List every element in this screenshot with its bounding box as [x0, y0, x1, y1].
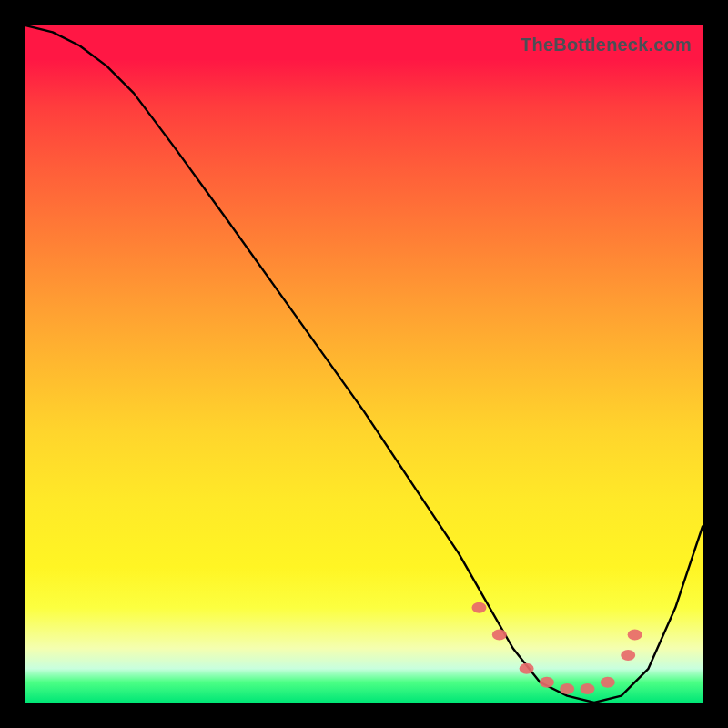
- svg-point-7: [621, 650, 635, 661]
- curve-line: [25, 25, 703, 703]
- svg-point-1: [492, 630, 507, 641]
- svg-point-4: [560, 683, 574, 694]
- svg-point-0: [472, 602, 487, 613]
- plot-area: TheBottleneck.com: [25, 25, 703, 703]
- chart-container: TheBottleneck.com: [0, 0, 728, 728]
- chart-svg: [25, 25, 703, 703]
- watermark-text: TheBottleneck.com: [521, 35, 692, 56]
- svg-point-2: [520, 663, 534, 674]
- svg-point-6: [601, 677, 615, 688]
- highlight-markers: [472, 602, 642, 694]
- svg-point-3: [540, 677, 554, 688]
- svg-point-5: [581, 683, 595, 694]
- svg-point-8: [628, 630, 642, 641]
